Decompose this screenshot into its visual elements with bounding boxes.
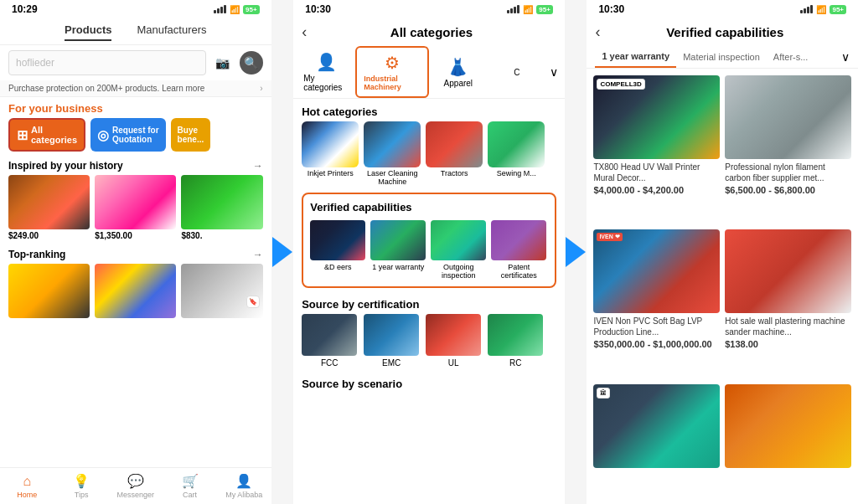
history-product-3[interactable]: $830. — [181, 175, 262, 240]
quotation-label: Request forQuotation — [112, 126, 159, 144]
search-row: hoflieder 📷 🔍 — [0, 45, 271, 80]
scenario-title: Source by scenario — [293, 374, 565, 393]
request-quotation-button[interactable]: ◎ Request forQuotation — [90, 118, 166, 152]
business-buttons: ⊞ Allcategories ◎ Request forQuotation B… — [0, 118, 271, 157]
verified-outgoing[interactable]: Outgoing inspection — [431, 220, 486, 280]
verified-tabs: 1 year warranty Material inspection Afte… — [587, 46, 858, 69]
search-box[interactable]: hoflieder — [8, 50, 206, 75]
tabs-expand-button[interactable]: ∨ — [841, 50, 850, 64]
signal-icon-3 — [800, 5, 813, 13]
wifi-icon-3: 📶 — [816, 5, 826, 14]
categories-expand-button[interactable]: ∨ — [546, 62, 561, 82]
tab-material-inspection[interactable]: Material inspection — [676, 47, 767, 67]
tab-after-sales[interactable]: After-s... — [767, 47, 815, 67]
promo-bar[interactable]: Purchase protection on 200M+ products. L… — [0, 80, 271, 97]
product-image-3 — [181, 175, 262, 229]
toprank-product-1[interactable] — [8, 264, 90, 318]
product-card-1[interactable]: COMPELL3D TX800 Head UV Wall Printer Mur… — [593, 75, 720, 224]
history-products: $249.00 $1,350.00 $830. — [0, 175, 271, 245]
all-categories-label: Allcategories — [31, 125, 77, 145]
tab-manufacturers[interactable]: Manufacturers — [137, 23, 206, 41]
all-categories-button[interactable]: ⊞ Allcategories — [8, 118, 85, 152]
hot-img-laser — [364, 121, 421, 167]
status-icons-1: 📶 95+ — [214, 5, 260, 14]
verified-img-outgoing — [431, 220, 486, 260]
toprank-product-3[interactable]: 🔖 — [181, 264, 262, 318]
my-categories-label: My categories — [303, 74, 349, 92]
cert-label-emc: EMC — [382, 358, 401, 368]
hot-label-laser: Laser Cleaning Machine — [364, 169, 421, 186]
verified-3d[interactable]: &D eers — [310, 220, 365, 280]
cat-apparel[interactable]: 👗 Apparel — [429, 52, 488, 93]
toprank-products: 🔖 — [0, 264, 271, 323]
product-card-4[interactable]: Hot sale wall plastering machine sander … — [725, 229, 851, 378]
search-button[interactable]: 🔍 — [240, 51, 263, 75]
cert-fcc[interactable]: FCC — [302, 314, 357, 368]
verified-warranty[interactable]: 1 year warranty — [370, 220, 426, 280]
nav-messenger[interactable]: 💬 Messenger — [108, 468, 163, 504]
panel-1: 10:29 📶 95+ Products Manufacturers hofli… — [0, 0, 271, 504]
cert-img-ul — [426, 314, 481, 356]
p3-header: ‹ Verified capabilities — [587, 18, 858, 46]
status-icons-3: 📶 95+ — [800, 5, 846, 14]
history-product-2[interactable]: $1,350.00 — [95, 175, 176, 240]
cart-icon: 🛒 — [182, 473, 199, 489]
verified-img-warranty — [370, 220, 426, 260]
signal-icon-1 — [214, 5, 226, 13]
status-bar-3: 10:30 📶 95+ — [587, 0, 858, 18]
camera-button[interactable]: 📷 — [211, 51, 235, 75]
product-price-2: $6,500.00 - $6,800.00 — [725, 185, 851, 195]
hot-item-laser[interactable]: Laser Cleaning Machine — [364, 121, 421, 186]
product-card-2[interactable]: Professional nylon filament carbon fiber… — [725, 75, 851, 224]
product-card-3[interactable]: IVEN ❤ IVEN Non PVC Soft Bag LVP Product… — [593, 229, 720, 378]
history-header: Inspired by your history → — [0, 157, 271, 175]
toprank-header: Top-ranking → — [0, 245, 271, 264]
wifi-icon-2: 📶 — [523, 5, 533, 14]
nav-cart[interactable]: 🛒 Cart — [163, 468, 217, 504]
toprank-badge: 🔖 — [246, 296, 260, 308]
verified-patent[interactable]: Patent certificates — [491, 220, 546, 280]
product-desc-4: Hot sale wall plastering machine sander … — [725, 316, 851, 337]
p2-header: ‹ All categories — [293, 18, 565, 46]
camera-icon: 📷 — [215, 56, 230, 69]
wifi-icon-1: 📶 — [230, 5, 240, 14]
hot-item-printers[interactable]: Inkjet Printers — [302, 121, 359, 186]
history-product-1[interactable]: $249.00 — [8, 175, 90, 240]
hot-label-printers: Inkjet Printers — [308, 169, 354, 177]
nav-tips[interactable]: 💡 Tips — [54, 468, 109, 504]
nav-home[interactable]: ⌂ Home — [0, 468, 54, 504]
search-placeholder: hoflieder — [16, 57, 54, 69]
brand-badge-5: 🏛 — [597, 388, 610, 399]
cert-img-fcc — [302, 314, 357, 356]
product-card-6[interactable] — [725, 384, 851, 497]
time-1: 10:29 — [12, 3, 38, 15]
product-card-5[interactable]: 🏛 — [593, 384, 720, 497]
messenger-icon: 💬 — [127, 473, 144, 489]
verified-img-patent — [491, 220, 546, 260]
quotation-icon: ◎ — [97, 127, 109, 143]
hot-item-tractors[interactable]: Tractors — [426, 121, 483, 186]
status-icons-2: 📶 95+ — [507, 5, 553, 14]
nav-cart-label: Cart — [183, 491, 197, 499]
product-desc-3: IVEN Non PVC Soft Bag LVP Production Lin… — [593, 316, 720, 337]
hot-label-sewing: Sewing M... — [497, 169, 536, 177]
arrow-1 — [271, 0, 294, 504]
cat-industrial[interactable]: ⚙ Industrial Machinery — [355, 46, 429, 98]
nav-tips-label: Tips — [75, 491, 89, 499]
profile-icon: 👤 — [235, 473, 252, 489]
product-image-1 — [8, 175, 90, 229]
cert-rc[interactable]: RC — [488, 314, 543, 368]
tab-products[interactable]: Products — [65, 23, 111, 41]
cert-label-rc: RC — [509, 358, 521, 368]
cat-my-categories[interactable]: 👤 My categories — [297, 47, 355, 97]
tab-warranty[interactable]: 1 year warranty — [595, 46, 676, 68]
cat-more-item[interactable]: C — [488, 63, 546, 82]
toprank-product-2[interactable] — [95, 264, 176, 318]
cert-ul[interactable]: UL — [426, 314, 481, 368]
forward-arrow-1 — [272, 237, 292, 267]
hot-item-sewing[interactable]: Sewing M... — [488, 121, 545, 186]
buyer-benefits-button[interactable]: Buyebene... — [171, 118, 211, 152]
cert-emc[interactable]: EMC — [364, 314, 419, 368]
nav-my-alibaba[interactable]: 👤 My Alibaba — [217, 468, 271, 504]
verified-label-patent: Patent certificates — [491, 263, 546, 280]
